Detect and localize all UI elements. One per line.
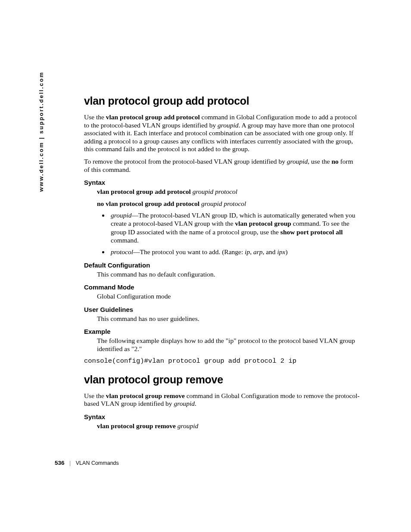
section2-heading: vlan protocol group remove: [84, 373, 360, 386]
syntax-params-list: groupid—The protocol-based VLAN group ID…: [84, 211, 360, 256]
text: ): [285, 248, 287, 255]
param-groupid: groupid: [287, 158, 308, 165]
text: Use the: [84, 392, 106, 399]
keyword-no: no: [331, 158, 338, 165]
sidebar-url: www.dell.com | support.dell.com: [38, 72, 44, 192]
param-groupid: groupid: [174, 400, 195, 407]
command-name: vlan protocol group add protocol: [106, 113, 200, 121]
text: , and: [262, 248, 277, 255]
command-name: vlan protocol group remove: [106, 392, 185, 399]
param-protocol: protocol: [111, 248, 133, 255]
text: , use the: [308, 158, 331, 165]
param-groupid: groupid: [218, 121, 239, 129]
section1-para1: Use the vlan protocol group add protocol…: [84, 113, 360, 153]
text: To remove the protocol from the protocol…: [84, 158, 287, 165]
command-name: vlan protocol group remove: [97, 422, 176, 429]
section1-para2: To remove the protocol from the protocol…: [84, 158, 360, 174]
text: —The protocol you want to add. (Range:: [133, 248, 245, 255]
command-name: vlan protocol group add protocol: [97, 188, 191, 195]
command-args: groupid protocol: [201, 200, 246, 207]
command-name: show port protocol all: [280, 228, 343, 236]
section1-heading: vlan protocol group add protocol: [84, 95, 360, 107]
page-footer: 536 | VLAN Commands: [55, 460, 119, 466]
default-config-label: Default Configuration: [84, 261, 360, 269]
command-name: vlan protocol group: [235, 220, 291, 227]
syntax2-line-1: vlan protocol group remove groupid: [97, 422, 360, 430]
text: .: [195, 400, 196, 407]
param-groupid: groupid: [111, 212, 132, 219]
syntax-line-1: vlan protocol group add protocol groupid…: [97, 187, 360, 196]
chapter-title: VLAN Commands: [76, 460, 119, 466]
user-guidelines-text: This command has no user guidelines.: [97, 314, 360, 323]
page-content: vlan protocol group add protocol Use the…: [84, 95, 360, 433]
command-args: groupid protocol: [193, 188, 237, 195]
text: Use the: [84, 113, 106, 121]
example-code: console(config)#vlan protocol group add …: [84, 357, 360, 366]
command-mode-text: Global Configuration mode: [97, 292, 360, 300]
example-text: The following example displays how to ad…: [97, 336, 360, 353]
syntax-line-2: no vlan protocol group add protocol grou…: [97, 199, 360, 208]
list-item: protocol—The protocol you want to add. (…: [109, 248, 360, 256]
footer-separator: |: [69, 460, 71, 466]
section2-para1: Use the vlan protocol group remove comma…: [84, 392, 360, 408]
command-mode-label: Command Mode: [84, 283, 360, 291]
text: command.: [111, 236, 139, 244]
value-ip: ip: [245, 248, 250, 255]
command-name: no vlan protocol group add protocol: [97, 200, 199, 207]
syntax-label-2: Syntax: [84, 413, 360, 420]
syntax-label: Syntax: [84, 179, 360, 186]
command-args: groupid: [177, 422, 199, 429]
value-ipx: ipx: [277, 248, 285, 255]
example-label: Example: [84, 328, 360, 335]
value-arp: arp: [253, 248, 263, 255]
page-number: 536: [55, 460, 65, 466]
list-item: groupid—The protocol-based VLAN group ID…: [109, 211, 360, 245]
text: ,: [250, 248, 253, 255]
default-config-text: This command has no default configuratio…: [97, 270, 360, 278]
user-guidelines-label: User Guidelines: [84, 306, 360, 313]
